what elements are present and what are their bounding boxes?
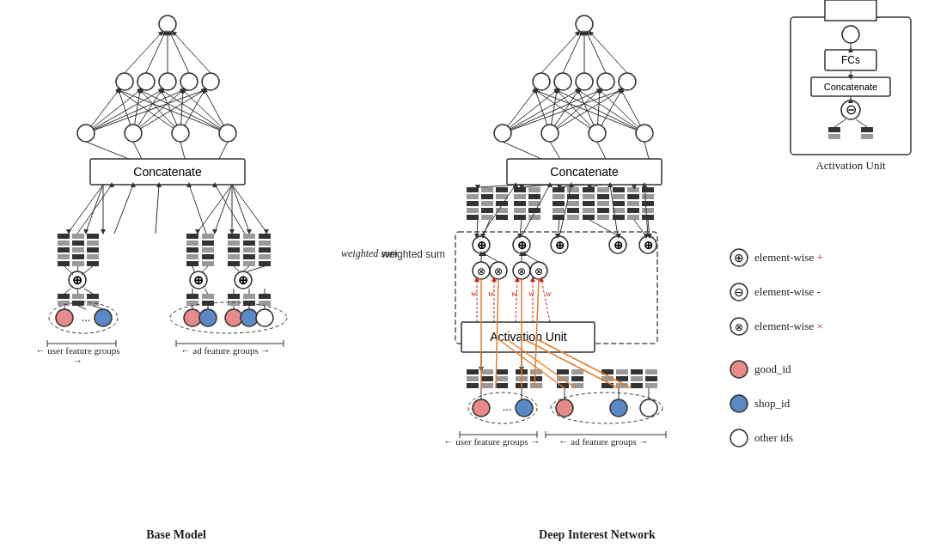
svg-point-136 [256, 309, 273, 326]
svg-rect-205 [481, 208, 493, 213]
svg-rect-214 [514, 201, 526, 206]
svg-rect-240 [597, 208, 609, 213]
svg-line-274 [477, 220, 478, 236]
svg-line-145 [215, 185, 245, 234]
svg-point-397 [730, 395, 748, 412]
svg-text:w: w [528, 289, 534, 298]
svg-rect-217 [528, 187, 540, 192]
svg-point-76 [95, 309, 112, 326]
svg-rect-53 [72, 254, 84, 259]
svg-line-297 [524, 253, 539, 262]
svg-line-37 [69, 185, 103, 232]
svg-rect-230 [567, 208, 579, 213]
svg-rect-242 [613, 187, 625, 192]
svg-line-79 [93, 306, 103, 309]
svg-rect-199 [467, 201, 479, 206]
svg-rect-89 [202, 254, 214, 259]
svg-text:⊕: ⊕ [72, 274, 82, 287]
svg-rect-109 [228, 261, 240, 266]
svg-rect-254 [642, 201, 654, 206]
svg-rect-313 [481, 369, 493, 374]
svg-point-34 [219, 125, 236, 142]
svg-rect-382 [828, 134, 840, 139]
svg-rect-237 [597, 187, 609, 192]
svg-line-72 [77, 289, 78, 294]
svg-rect-231 [567, 215, 579, 220]
svg-rect-57 [87, 247, 99, 253]
svg-point-165 [597, 73, 614, 90]
svg-rect-318 [496, 383, 508, 388]
svg-rect-129 [259, 294, 271, 299]
svg-point-9 [180, 73, 198, 90]
svg-point-189 [589, 125, 606, 142]
svg-rect-249 [627, 201, 639, 206]
svg-line-63 [77, 266, 78, 271]
svg-text:⊕: ⊕ [238, 274, 248, 287]
svg-rect-342 [645, 383, 657, 388]
svg-point-33 [172, 125, 189, 142]
svg-rect-243 [613, 194, 625, 199]
svg-rect-201 [467, 215, 479, 220]
svg-rect-65 [58, 294, 70, 299]
svg-line-100 [205, 289, 208, 294]
svg-text:Concatenate: Concatenate [824, 82, 877, 92]
svg-rect-333 [601, 383, 614, 388]
svg-rect-207 [496, 187, 508, 192]
svg-text:...: ... [82, 311, 91, 324]
svg-text:⊗: ⊗ [494, 265, 503, 277]
svg-line-93 [192, 266, 194, 271]
svg-text:⊕: ⊕ [517, 239, 527, 252]
svg-rect-58 [87, 254, 99, 259]
svg-text:⊕: ⊕ [193, 274, 204, 287]
svg-rect-67 [72, 294, 84, 299]
svg-rect-247 [627, 187, 639, 192]
svg-line-141 [77, 185, 112, 234]
svg-rect-125 [228, 294, 240, 299]
svg-rect-48 [58, 254, 70, 259]
svg-rect-206 [481, 215, 493, 220]
svg-rect-341 [645, 376, 657, 381]
svg-rect-232 [583, 187, 595, 192]
svg-rect-115 [259, 234, 271, 239]
svg-rect-55 [87, 234, 99, 239]
svg-line-305 [516, 279, 517, 322]
svg-rect-311 [467, 376, 479, 381]
svg-text:⊗: ⊗ [735, 321, 743, 333]
svg-rect-236 [583, 215, 595, 220]
svg-point-74 [56, 309, 73, 326]
svg-rect-49 [58, 261, 70, 266]
svg-rect-108 [228, 254, 240, 259]
svg-rect-248 [627, 194, 639, 199]
svg-text:⊗: ⊗ [477, 265, 485, 277]
svg-rect-216 [514, 215, 526, 220]
svg-text:⊕: ⊕ [477, 239, 486, 252]
svg-rect-87 [202, 240, 214, 246]
svg-text:Concatenate: Concatenate [133, 165, 202, 179]
svg-line-279 [634, 220, 646, 236]
main-container: Concatenate ⊕ ... ⊕ ⊕ [0, 0, 928, 560]
svg-text:FCs: FCs [841, 54, 860, 66]
svg-point-101 [184, 309, 201, 326]
svg-rect-66 [58, 301, 70, 306]
svg-rect-381 [828, 127, 840, 132]
svg-line-71 [64, 289, 70, 294]
svg-text:⊕: ⊕ [614, 239, 623, 252]
svg-rect-330 [571, 383, 583, 388]
svg-point-349 [473, 399, 490, 417]
svg-text:Concatenate: Concatenate [550, 165, 619, 179]
svg-rect-84 [186, 254, 198, 259]
svg-point-6 [116, 73, 133, 90]
svg-text:⊕: ⊕ [644, 239, 653, 252]
svg-rect-107 [228, 247, 240, 253]
svg-line-149 [219, 142, 228, 159]
svg-text:⊗: ⊗ [534, 265, 543, 277]
svg-line-193 [503, 142, 541, 159]
svg-text:⊕: ⊕ [734, 252, 744, 265]
svg-rect-126 [228, 301, 240, 306]
svg-point-356 [610, 399, 627, 417]
svg-point-134 [225, 309, 242, 326]
svg-rect-203 [481, 194, 493, 199]
svg-line-295 [484, 253, 498, 262]
svg-line-78 [78, 306, 86, 309]
svg-rect-83 [186, 247, 198, 253]
